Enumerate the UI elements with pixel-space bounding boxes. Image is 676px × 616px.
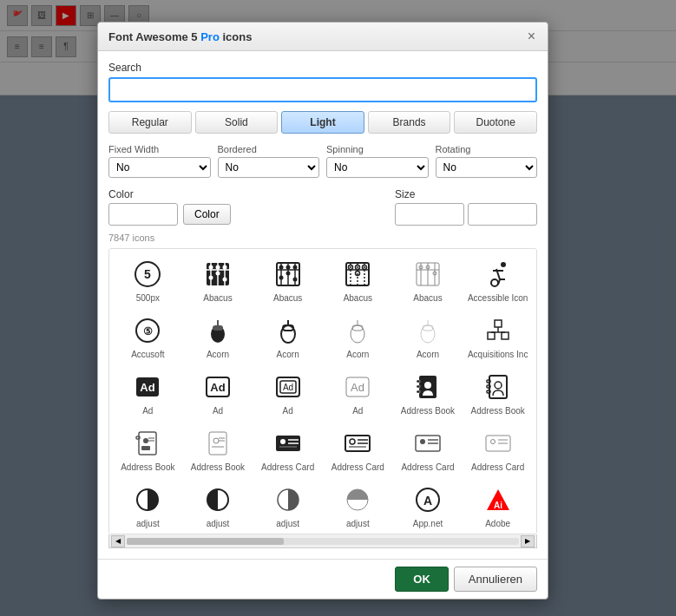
- icon-item-ad-box[interactable]: AdAd: [253, 365, 323, 422]
- icon-label-ad-light: Ad: [352, 406, 363, 416]
- icon-symbol-ad-box: Ad: [272, 370, 305, 403]
- svg-text:⑤: ⑤: [143, 325, 153, 337]
- icon-item-acorn-thin[interactable]: Acorn: [393, 309, 463, 365]
- bordered-select[interactable]: NoYes: [218, 157, 320, 178]
- icon-item-appnet[interactable]: AApp.net: [393, 478, 463, 534]
- icon-item-ad-dark[interactable]: AdAd: [113, 365, 183, 422]
- icon-item-ad-outline[interactable]: AdAd: [183, 365, 253, 422]
- rotating-group: Rotating NoYes: [436, 144, 538, 178]
- rotating-select[interactable]: NoYes: [436, 157, 538, 178]
- size-section: Size: [395, 188, 537, 226]
- svg-rect-73: [417, 380, 420, 383]
- style-btn-regular[interactable]: Regular: [108, 111, 192, 134]
- ok-button[interactable]: OK: [395, 567, 449, 592]
- size-input-2[interactable]: [468, 203, 537, 226]
- icon-item-acorn-outline[interactable]: Acorn: [253, 309, 323, 365]
- icon-item-address-card1[interactable]: Address Card: [253, 422, 323, 478]
- svg-text:Ad: Ad: [210, 381, 225, 394]
- icon-label-address-card2: Address Card: [331, 462, 384, 473]
- icon-item-adjust2[interactable]: adjust: [183, 478, 253, 534]
- scroll-track[interactable]: [127, 538, 519, 545]
- icon-label-acorn-outline: Acorn: [277, 350, 299, 360]
- icon-label-acorn-solid: Acorn: [207, 350, 229, 360]
- modal-close-button[interactable]: ×: [526, 29, 537, 43]
- icon-item-adjust3[interactable]: adjust: [253, 478, 323, 534]
- scroll-left-arrow[interactable]: ◀: [111, 535, 125, 547]
- icon-item-adjust4[interactable]: adjust: [323, 478, 393, 534]
- icon-symbol-abacus-outline: [272, 258, 305, 291]
- svg-rect-49: [283, 325, 293, 331]
- icon-item-acorn-light[interactable]: Acorn: [323, 309, 393, 365]
- icons-count: 7847 icons: [108, 233, 537, 243]
- svg-point-82: [143, 438, 148, 443]
- icon-label-abacus-light: Abacus: [413, 293, 442, 304]
- icon-symbol-adobe: Ai: [482, 483, 515, 516]
- icon-item-abacus-dots[interactable]: Abacus: [323, 252, 393, 309]
- horizontal-scrollbar[interactable]: ◀ ▶: [108, 534, 537, 548]
- color-picker-button[interactable]: Color: [183, 204, 231, 225]
- icon-item-abacus-outline[interactable]: Abacus: [253, 252, 323, 309]
- icon-item-address-card4[interactable]: Address Card: [463, 422, 533, 478]
- icon-label-acorn-thin: Acorn: [417, 350, 439, 360]
- icon-item-address-book-outline[interactable]: Address Book: [463, 365, 533, 422]
- icon-symbol-abacus-dots: [341, 258, 374, 291]
- icons-grid-area[interactable]: 5500pxAbacusAbacusAbacusAbacusAccessible…: [108, 248, 537, 534]
- icon-item-adobe[interactable]: AiAdobe: [463, 478, 533, 534]
- icon-symbol-address-book2: [201, 427, 234, 460]
- icon-item-adjust1[interactable]: adjust: [113, 478, 183, 534]
- icon-item-accusoft[interactable]: ⑤Accusoft: [113, 309, 183, 365]
- icon-item-abacus-solid[interactable]: Abacus: [183, 252, 253, 309]
- svg-point-18: [279, 265, 283, 270]
- modal-title: Font Awesome 5 Pro icons: [108, 30, 252, 43]
- icon-item-500px[interactable]: 5500px: [113, 252, 183, 309]
- style-btn-brands[interactable]: Brands: [368, 111, 451, 134]
- icon-symbol-address-book-outline: [482, 370, 515, 403]
- icon-item-address-book2[interactable]: Address Book: [183, 422, 253, 478]
- icon-item-address-card2[interactable]: Address Card: [323, 422, 393, 478]
- icon-label-address-book1: Address Book: [121, 462, 174, 473]
- icon-label-address-book-outline: Address Book: [471, 406, 525, 416]
- cancel-button[interactable]: Annulieren: [454, 567, 537, 592]
- size-input-1[interactable]: [395, 203, 464, 226]
- style-btn-solid[interactable]: Solid: [195, 111, 279, 134]
- svg-point-21: [292, 265, 297, 270]
- icon-symbol-500px: 5: [131, 258, 164, 291]
- icon-item-acquisitions[interactable]: Acquisitions Inc: [463, 309, 533, 365]
- svg-rect-61: [502, 332, 509, 339]
- svg-rect-46: [213, 325, 223, 331]
- scroll-right-arrow[interactable]: ▶: [521, 535, 535, 547]
- icon-item-abacus-light[interactable]: Abacus: [393, 252, 463, 309]
- color-input[interactable]: [108, 203, 178, 226]
- icon-symbol-adjust2: [201, 483, 234, 516]
- icon-symbol-acorn-light: [341, 314, 374, 347]
- icon-item-address-book-solid[interactable]: Address Book: [393, 365, 463, 422]
- icon-item-address-book1[interactable]: Address Book: [113, 422, 183, 478]
- icon-label-adjust2: adjust: [207, 519, 230, 529]
- spinning-label: Spinning: [326, 144, 429, 154]
- icon-label-abacus-solid: Abacus: [203, 293, 232, 304]
- svg-rect-60: [488, 332, 495, 339]
- icon-label-address-card3: Address Card: [401, 462, 454, 473]
- search-input[interactable]: [108, 77, 537, 102]
- svg-text:A: A: [423, 494, 432, 508]
- icon-label-acorn-light: Acorn: [346, 350, 369, 360]
- style-btn-light[interactable]: Light: [281, 111, 364, 134]
- svg-point-42: [491, 279, 498, 286]
- icon-label-adjust1: adjust: [136, 519, 160, 529]
- svg-text:Ad: Ad: [351, 381, 364, 394]
- icon-item-accessible[interactable]: Accessible Icon: [463, 252, 533, 309]
- icon-item-acorn-solid[interactable]: Acorn: [183, 309, 253, 365]
- fixed-width-select[interactable]: NoYes: [108, 157, 211, 178]
- svg-point-77: [495, 382, 502, 389]
- icon-item-ad-light[interactable]: AdAd: [323, 365, 393, 422]
- options-row: Fixed Width NoYes Bordered NoYes Spinnin…: [108, 144, 537, 178]
- icon-item-address-card3[interactable]: Address Card: [393, 422, 463, 478]
- svg-rect-76: [489, 376, 507, 398]
- icon-label-abacus-dots: Abacus: [344, 293, 372, 304]
- style-btn-duotone[interactable]: Duotone: [454, 111, 537, 134]
- svg-rect-81: [139, 432, 156, 455]
- color-size-row: Color Color Size: [108, 188, 537, 226]
- svg-rect-87: [209, 432, 226, 455]
- bordered-group: Bordered NoYes: [218, 144, 320, 178]
- spinning-select[interactable]: NoYes: [326, 157, 429, 178]
